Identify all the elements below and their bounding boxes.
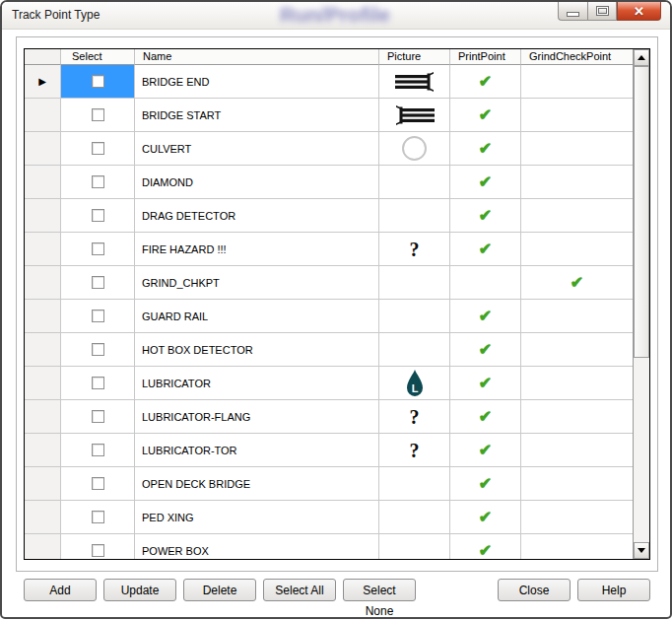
scrollbar-down-button[interactable] — [634, 542, 649, 559]
add-button[interactable]: Add — [24, 579, 97, 601]
printpoint-cell[interactable]: ✔ — [450, 65, 521, 99]
select-checkbox[interactable] — [92, 377, 104, 389]
select-checkbox[interactable] — [92, 410, 104, 423]
row-header-cell[interactable] — [25, 367, 61, 400]
select-checkbox[interactable] — [92, 343, 104, 356]
name-cell[interactable]: OPEN DECK BRIDGE — [135, 467, 379, 501]
picture-cell[interactable] — [379, 199, 450, 233]
name-cell[interactable]: PED XING — [135, 501, 379, 534]
picture-cell[interactable]: L — [379, 367, 450, 400]
select-checkbox[interactable] — [92, 477, 104, 490]
update-button[interactable]: Update — [103, 579, 176, 601]
printpoint-cell[interactable] — [450, 266, 521, 300]
select-none-button[interactable]: Select None — [343, 579, 416, 601]
select-cell[interactable] — [61, 333, 135, 367]
grindcheckpoint-cell[interactable] — [521, 467, 633, 501]
select-cell[interactable] — [61, 132, 135, 166]
scrollbar-thumb[interactable] — [634, 66, 649, 358]
column-header-select[interactable]: Select — [61, 49, 135, 65]
row-header-cell[interactable] — [25, 233, 61, 266]
picture-cell[interactable] — [379, 333, 450, 367]
name-cell[interactable]: BRIDGE END — [135, 65, 379, 99]
name-cell[interactable]: GRIND_CHKPT — [135, 266, 379, 300]
printpoint-cell[interactable]: ✔ — [450, 501, 521, 534]
grindcheckpoint-cell[interactable] — [521, 400, 633, 434]
column-header-name[interactable]: Name — [135, 49, 379, 65]
select-cell[interactable] — [61, 534, 135, 559]
picture-cell[interactable] — [379, 467, 450, 501]
picture-cell[interactable] — [379, 534, 450, 559]
picture-cell[interactable] — [379, 266, 450, 300]
picture-cell[interactable]: ? — [379, 233, 450, 266]
grindcheckpoint-cell[interactable] — [521, 333, 633, 367]
maximize-button[interactable] — [587, 2, 617, 21]
select-cell[interactable] — [61, 266, 135, 300]
close-button[interactable]: Close — [498, 579, 571, 601]
select-checkbox[interactable] — [92, 544, 104, 557]
row-header-cell[interactable] — [25, 199, 61, 233]
picture-cell[interactable] — [379, 65, 450, 99]
select-checkbox[interactable] — [92, 75, 104, 88]
name-cell[interactable]: LUBRICATOR — [135, 367, 379, 400]
select-cell[interactable] — [61, 199, 135, 233]
select-cell[interactable] — [61, 166, 135, 199]
name-cell[interactable]: LUBRICATOR-FLANG — [135, 400, 379, 434]
select-checkbox[interactable] — [92, 242, 104, 255]
grindcheckpoint-cell[interactable] — [521, 434, 633, 467]
select-cell[interactable] — [61, 300, 135, 333]
picture-cell[interactable]: ? — [379, 434, 450, 467]
select-cell[interactable] — [61, 233, 135, 266]
printpoint-cell[interactable]: ✔ — [450, 233, 521, 266]
select-checkbox[interactable] — [92, 444, 104, 456]
close-window-button[interactable]: ✕ — [617, 2, 661, 21]
printpoint-cell[interactable]: ✔ — [450, 333, 521, 367]
select-checkbox[interactable] — [92, 209, 104, 222]
name-cell[interactable]: FIRE HAZARD !!! — [135, 233, 379, 266]
name-cell[interactable]: GUARD RAIL — [135, 300, 379, 333]
select-cell[interactable] — [61, 434, 135, 467]
row-header-cell[interactable] — [25, 400, 61, 434]
select-cell[interactable] — [61, 501, 135, 534]
column-header-printpoint[interactable]: PrintPoint — [450, 49, 521, 65]
select-all-button[interactable]: Select All — [263, 579, 336, 601]
printpoint-cell[interactable]: ✔ — [450, 99, 521, 132]
grindcheckpoint-cell[interactable] — [521, 166, 633, 199]
name-cell[interactable]: CULVERT — [135, 132, 379, 166]
row-header-cell[interactable] — [25, 434, 61, 467]
printpoint-cell[interactable]: ✔ — [450, 166, 521, 199]
row-header-cell[interactable]: ▶ — [25, 65, 61, 99]
grindcheckpoint-cell[interactable] — [521, 199, 633, 233]
printpoint-cell[interactable]: ✔ — [450, 467, 521, 501]
grindcheckpoint-cell[interactable] — [521, 501, 633, 534]
printpoint-cell[interactable]: ✔ — [450, 534, 521, 559]
select-checkbox[interactable] — [92, 142, 104, 155]
name-cell[interactable]: DIAMOND — [135, 166, 379, 199]
printpoint-cell[interactable]: ✔ — [450, 367, 521, 400]
grindcheckpoint-cell[interactable] — [521, 367, 633, 400]
name-cell[interactable]: HOT BOX DETECTOR — [135, 333, 379, 367]
name-cell[interactable]: POWER BOX — [135, 534, 379, 559]
select-checkbox[interactable] — [92, 310, 104, 322]
grindcheckpoint-cell[interactable] — [521, 132, 633, 166]
column-header-grindcheckpoint[interactable]: GrindCheckPoint — [521, 49, 633, 65]
grindcheckpoint-cell[interactable] — [521, 300, 633, 333]
name-cell[interactable]: BRIDGE START — [135, 99, 379, 132]
grindcheckpoint-cell[interactable] — [521, 65, 633, 99]
select-cell[interactable] — [61, 367, 135, 400]
picture-cell[interactable]: ? — [379, 400, 450, 434]
select-cell[interactable] — [61, 467, 135, 501]
row-header-cell[interactable] — [25, 467, 61, 501]
picture-cell[interactable] — [379, 300, 450, 333]
row-header-cell[interactable] — [25, 333, 61, 367]
printpoint-cell[interactable]: ✔ — [450, 434, 521, 467]
row-header-cell[interactable] — [25, 534, 61, 559]
printpoint-cell[interactable]: ✔ — [450, 400, 521, 434]
row-header-cell[interactable] — [25, 132, 61, 166]
scrollbar-up-button[interactable] — [634, 49, 649, 66]
minimize-button[interactable] — [558, 2, 587, 21]
printpoint-cell[interactable]: ✔ — [450, 199, 521, 233]
picture-cell[interactable] — [379, 501, 450, 534]
select-checkbox[interactable] — [92, 276, 104, 289]
delete-button[interactable]: Delete — [183, 579, 256, 601]
picture-cell[interactable] — [379, 99, 450, 132]
